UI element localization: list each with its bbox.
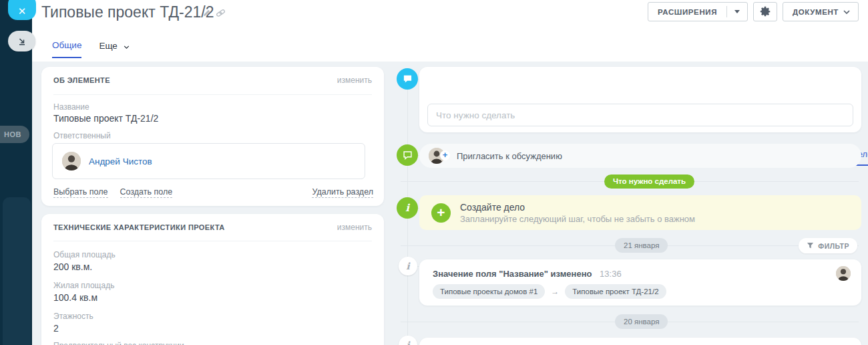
- extensions-label: РАСШИРЕНИЯ: [648, 8, 726, 16]
- gear-icon: [760, 6, 771, 17]
- invite-to-discussion-button[interactable]: + Пригласить к обсуждению: [419, 144, 861, 168]
- tab-general[interactable]: Общие: [52, 40, 81, 58]
- add-person-icon: +: [440, 150, 450, 160]
- tech-card-title: ТЕХНИЧЕСКИЕ ХАРАКТЕРИСТИКИ ПРОЕКТА: [53, 223, 225, 231]
- field-label: Жилая площадь: [53, 281, 114, 290]
- filter-label: ФИЛЬТР: [818, 242, 849, 250]
- create-field-link[interactable]: Создать поле: [120, 187, 173, 198]
- delete-section-link[interactable]: Удалить раздел: [312, 187, 373, 198]
- responsible-name-link[interactable]: Андрей Чистов: [89, 156, 152, 166]
- edit-title-icon[interactable]: [202, 9, 211, 17]
- crm-item-slider: НОВ ✕ Типовые проект ТД-21/2 РАСШИРЕНИЯ: [0, 0, 868, 345]
- about-edit-link[interactable]: изменить: [337, 76, 372, 85]
- chevron-down-icon: [124, 41, 130, 51]
- extensions-dropdown-arrow[interactable]: [727, 10, 747, 13]
- background-page-card: [3, 197, 31, 345]
- create-activity-hint-card[interactable]: + Создайте дело Запланируйте следующий ш…: [419, 195, 861, 230]
- copy-link-icon[interactable]: [216, 9, 226, 17]
- old-value-tag: Типовые проекты домов #1: [433, 284, 545, 299]
- funnel-icon: [807, 242, 814, 249]
- field-value: 200 кв.м.: [53, 261, 92, 272]
- new-value-tag: Типовые проект ТД-21/2: [565, 284, 666, 299]
- add-activity-icon[interactable]: +: [431, 203, 451, 223]
- history-marker-icon: i: [399, 336, 417, 345]
- field-label: Общая площадь: [53, 250, 116, 259]
- tech-characteristics-card: ТЕХНИЧЕСКИЕ ХАРАКТЕРИСТИКИ ПРОЕКТА измен…: [41, 214, 384, 345]
- info-marker-icon: i: [397, 197, 418, 219]
- todo-hint-badge: Что нужно сделать: [604, 175, 694, 189]
- field-label: Этажность: [53, 312, 93, 321]
- todo-input[interactable]: [427, 104, 853, 126]
- filter-button[interactable]: ФИЛЬТР: [799, 238, 857, 253]
- field-value: 2: [53, 323, 59, 334]
- tech-edit-link[interactable]: изменить: [337, 223, 372, 232]
- activity-marker-icon: [397, 68, 418, 90]
- background-overlay: НОВ: [0, 0, 32, 345]
- hint-title: Создайте дело: [460, 202, 695, 213]
- main-tab-bar: Общие Еще: [52, 40, 130, 58]
- close-slider-button[interactable]: ✕: [8, 0, 36, 20]
- name-field-value: Типовые проект ТД-21/2: [53, 113, 158, 124]
- select-field-link[interactable]: Выбрать поле: [53, 187, 108, 198]
- invite-label: Пригласить к обсуждению: [457, 151, 562, 161]
- history-entry-card: [419, 338, 861, 345]
- history-marker-icon: i: [399, 257, 417, 275]
- responsible-field-label: Ответственный: [53, 131, 111, 140]
- page-title: Типовые проект ТД-21/2: [41, 3, 214, 21]
- history-title: Значение поля "Название" изменено: [433, 269, 592, 279]
- field-label: Предварительный вес конструкции: [53, 341, 184, 345]
- history-author-avatar: [836, 266, 851, 281]
- document-label: ДОКУМЕНТ: [783, 8, 839, 16]
- tab-more[interactable]: Еще: [99, 41, 129, 58]
- history-time: 13:36: [600, 269, 622, 279]
- about-card-title: ОБ ЭЛЕМЕНТЕ: [53, 76, 110, 84]
- dock-icon: [17, 37, 27, 46]
- chevron-down-icon: [843, 10, 850, 14]
- discussion-marker-icon: [397, 144, 418, 166]
- date-separator: 20 января: [615, 314, 668, 329]
- name-field-label: Название: [53, 102, 89, 112]
- arrow-right-icon: →: [551, 287, 559, 296]
- field-value: 100.4 кв.м: [53, 292, 97, 303]
- date-separator: 21 января: [615, 238, 668, 253]
- responsible-selector[interactable]: Андрей Чистов: [52, 143, 365, 179]
- document-button[interactable]: ДОКУМЕНТ: [783, 2, 859, 21]
- background-badge: НОВ: [0, 126, 29, 143]
- hint-subtitle: Запланируйте следующий шаг, чтобы не заб…: [460, 214, 695, 224]
- responsible-avatar: [62, 152, 81, 170]
- history-entry-card: Значение поля "Название" изменено 13:36 …: [419, 259, 861, 306]
- about-element-card: ОБ ЭЛЕМЕНТЕ изменить Название Типовые пр…: [41, 67, 384, 206]
- minimize-slider-button[interactable]: [8, 31, 35, 51]
- close-icon: ✕: [18, 3, 27, 20]
- settings-button[interactable]: [753, 2, 777, 21]
- extensions-button[interactable]: РАСШИРЕНИЯ: [648, 2, 748, 21]
